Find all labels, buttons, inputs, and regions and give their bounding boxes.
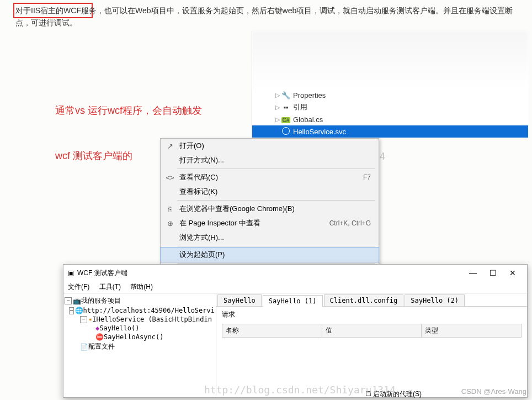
tree-item-helloservice[interactable]: HelloService.svc [252, 125, 528, 138]
globe-icon [281, 127, 291, 136]
csdn-watermark: CSDN @Ares-Wang [461, 387, 526, 396]
tree-label: Properties [293, 91, 326, 99]
menu-set-start-page[interactable]: 设为起始页(P) [160, 247, 379, 262]
blurred-area [252, 31, 528, 89]
th-type: 类型 [422, 324, 521, 337]
minimize-button[interactable]: — [463, 269, 483, 277]
tree-item-properties[interactable]: ▷ 🔧 Properties [252, 89, 528, 101]
tree-contract[interactable]: −✴ IHelloService (BasicHttpBindin [65, 315, 215, 324]
tab-client-config[interactable]: Client.dll.config [324, 294, 404, 306]
menu-browse-chrome[interactable]: ⎘ 在浏览器中查看(Google Chrome)(B) [161, 202, 379, 216]
context-menu: ↗ 打开(O) 打开方式(N)... <> 查看代码(C) F7 查看标记(K)… [160, 138, 379, 280]
menu-view-markup[interactable]: 查看标记(K) [161, 185, 379, 199]
browser-icon: ⎘ [164, 205, 176, 213]
tab-sayhello-1[interactable]: SayHello (1) [263, 295, 323, 307]
th-name: 名称 [222, 324, 322, 337]
csharp-icon: C# [281, 115, 291, 124]
menu-open-with[interactable]: 打开方式(N)... [161, 153, 379, 167]
tree-item-references[interactable]: ▷ ▪▪ 引用 [252, 101, 528, 113]
tab-sayhello[interactable]: SayHello [217, 294, 262, 306]
open-icon: ↗ [164, 142, 176, 150]
close-button[interactable]: ✕ [503, 269, 523, 277]
inspector-icon: ⊕ [164, 219, 176, 228]
tree-label: HelloService.svc [293, 128, 346, 136]
tree-item-global[interactable]: ▷ C# Global.cs [252, 113, 528, 125]
annotation-1: 通常vs 运行wcf程序，会自动触发 [55, 104, 202, 117]
service-tree: −📺 我的服务项目 −🌐 http://localhost:45906/Hell… [63, 293, 216, 396]
tree-root[interactable]: −📺 我的服务项目 [65, 296, 215, 306]
tabs: SayHello SayHello (1) Client.dll.config … [216, 293, 527, 307]
tree-op-sayhelloasync[interactable]: ⛔ SayHelloAsync() [65, 333, 215, 341]
tab-sayhello-2[interactable]: SayHello (2) [405, 294, 465, 306]
menu-file[interactable]: 文件(F) [68, 283, 89, 291]
tree-label: 引用 [293, 102, 307, 112]
menu-open[interactable]: ↗ 打开(O) [161, 139, 379, 153]
wcf-test-client-window: ▣ WCF 测试客户端 — ☐ ✕ 文件(F) 工具(T) 帮助(H) −📺 我… [63, 264, 528, 398]
wrench-icon: 🔧 [281, 91, 291, 99]
tree-op-sayhello[interactable]: ◆ SayHello() [65, 324, 215, 333]
menu-view-code[interactable]: <> 查看代码(C) F7 [161, 170, 379, 185]
menu-bar: 文件(F) 工具(T) 帮助(H) [63, 281, 527, 293]
menu-tools[interactable]: 工具(T) [99, 283, 121, 291]
annotation-2: wcf 测试客户端的 [55, 149, 132, 162]
menu-page-inspector[interactable]: ⊕ 在 Page Inspector 中查看 Ctrl+K, Ctrl+G [161, 216, 379, 230]
th-value: 值 [322, 324, 422, 337]
request-label: 请求 [222, 310, 522, 319]
menu-browse-with[interactable]: 浏览方式(H)... [161, 230, 379, 245]
menu-help[interactable]: 帮助(H) [130, 283, 153, 291]
window-title: WCF 测试客户端 [77, 269, 463, 278]
references-icon: ▪▪ [281, 103, 291, 112]
title-bar: ▣ WCF 测试客户端 — ☐ ✕ [63, 265, 527, 281]
tree-label: Global.cs [293, 115, 323, 124]
solution-explorer: ▷ 🔧 Properties ▷ ▪▪ 引用 ▷ C# Global.cs He… [252, 31, 528, 138]
code-icon: <> [164, 173, 176, 182]
description-text: 对于IIS宿主的WCF服务，也可以在Web项目中，设置服务为起始页，然后右键we… [15, 4, 526, 29]
tree-config[interactable]: 📄 配置文件 [65, 341, 215, 352]
tree-url[interactable]: −🌐 http://localhost:45906/HelloServi [65, 306, 215, 315]
request-table-header: 名称 值 类型 [222, 324, 522, 338]
watermark-2: http://blog.csdn.net/Shiyaru1314 [204, 384, 396, 396]
app-icon: ▣ [68, 269, 74, 277]
maximize-button[interactable]: ☐ [483, 269, 503, 277]
